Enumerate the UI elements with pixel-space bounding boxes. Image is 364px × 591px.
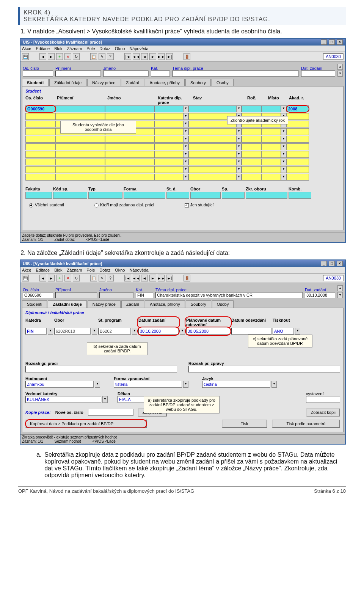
chevron-down-icon[interactable]: ▼ [281,143,286,150]
tab-nazvy[interactable]: Názvy práce [88,300,121,308]
forma-input[interactable]: tištěná [114,381,182,388]
scroll-up-icon[interactable]: ▲ [337,64,343,70]
chevron-down-icon[interactable]: ▼ [183,136,188,143]
table-cell[interactable] [188,128,236,135]
q-input-hidden[interactable] [99,292,133,298]
chevron-down-icon[interactable]: ▼ [295,328,300,335]
table-cell[interactable] [286,136,309,143]
table-cell[interactable] [286,159,309,165]
table-cell[interactable] [261,105,281,112]
chevron-down-icon[interactable]: ▼ [183,381,188,388]
chevron-down-icon[interactable]: ▼ [236,136,242,143]
back-icon[interactable]: ◄ [141,275,148,281]
table-cell[interactable] [154,121,183,127]
table-cell[interactable] [261,159,281,165]
rew-icon[interactable]: ◄◄ [133,275,140,281]
ff-icon[interactable]: ►► [158,53,165,60]
filter-input[interactable] [124,192,165,199]
tab-osoby[interactable]: Osoby [212,79,234,86]
tisknout-input[interactable]: ANO [273,328,294,335]
noveos-input[interactable] [88,409,133,416]
chevron-down-icon[interactable]: ▼ [132,328,137,335]
menu-item[interactable]: Blok [54,46,62,51]
table-cell[interactable] [154,128,183,135]
table-cell[interactable] [154,151,183,158]
chevron-down-icon[interactable]: ▼ [281,128,286,135]
table-cell[interactable] [188,159,236,165]
table-cell[interactable] [25,174,56,181]
last-icon[interactable]: ►| [166,275,173,281]
table-cell[interactable] [25,166,56,173]
scroll-up-icon[interactable]: ▲ [337,285,343,291]
chevron-down-icon[interactable]: ▼ [236,174,242,181]
table-cell[interactable] [188,105,236,112]
tab-nazvy[interactable]: Názvy práce [87,79,120,86]
menu-item[interactable]: Dotaz [99,46,110,51]
chevron-down-icon[interactable]: ▼ [183,151,188,158]
edit-icon[interactable]: ✎ [99,275,105,281]
scroll-down-icon[interactable]: ▼ [337,292,343,298]
chevron-down-icon[interactable]: ▼ [48,328,53,335]
menu-item[interactable]: Pole [86,46,95,51]
tab-zakladni[interactable]: Základní údaje [49,79,86,86]
tisk-button[interactable]: Tisk [222,420,267,428]
chevron-down-icon[interactable]: ▼ [102,396,108,403]
tab-studenti[interactable]: Studenti [22,79,49,86]
chevron-down-icon[interactable]: ▼ [271,381,277,388]
q-input-hidden[interactable] [55,292,97,298]
maximize-icon[interactable]: □ [329,261,335,266]
delete-icon[interactable]: ✕ [64,53,71,60]
datum-zadani-input[interactable]: 30.10.2008 [138,328,179,335]
table-cell[interactable] [261,174,281,181]
filter-input[interactable] [289,192,311,199]
table-cell[interactable] [56,105,105,112]
table-cell[interactable] [242,128,261,135]
checkbox-studying[interactable]: ✓ [185,203,189,207]
table-cell[interactable] [286,174,309,181]
table-cell[interactable] [286,113,309,120]
ff-icon[interactable]: ►► [158,275,165,281]
menu-item[interactable]: Záznam [67,46,82,51]
chevron-down-icon[interactable]: ▼ [95,381,100,388]
chevron-down-icon[interactable]: ▼ [183,143,188,150]
chevron-down-icon[interactable]: ▼ [236,143,242,150]
prev-icon[interactable]: ◄ [39,275,46,281]
paste-icon[interactable]: 📋 [90,275,97,281]
scroll-down-icon[interactable]: ▼ [337,71,343,77]
next-icon[interactable]: ► [48,53,55,60]
filter-input[interactable] [166,192,189,199]
table-cell[interactable] [154,174,183,181]
radio-all[interactable] [29,203,33,207]
akad-r-value[interactable]: 2008 [286,105,309,112]
filter-input[interactable] [53,192,87,199]
tisk-param-button[interactable]: Tisk podle parametrů [272,420,340,428]
table-cell[interactable] [188,143,236,150]
filter-input[interactable] [222,192,245,199]
radio-with-dp[interactable] [94,203,99,207]
table-cell[interactable] [25,128,56,135]
paste-icon[interactable]: 📋 [90,53,97,60]
menu-item[interactable]: Editace [36,46,50,51]
q-input[interactable]: O060590 [23,292,53,298]
table-cell[interactable] [25,159,56,165]
edit-icon[interactable]: ✎ [99,53,105,60]
minimize-icon[interactable]: _ [321,39,327,45]
save-icon[interactable]: 💾 [22,275,29,281]
table-cell[interactable] [242,105,261,112]
menu-item[interactable]: Akce [22,268,31,272]
chevron-down-icon[interactable]: ▼ [236,151,242,158]
q-input-osc[interactable] [23,71,53,77]
kopirovat-data-button[interactable]: Kopírovat data z Podkladu pro zadání BP/… [25,420,147,428]
delete-icon[interactable]: ✕ [64,275,71,281]
menu-item[interactable]: Akce [22,46,31,51]
table-cell[interactable] [242,159,261,165]
table-cell[interactable] [154,159,183,165]
table-cell[interactable] [154,166,183,173]
chevron-down-icon[interactable]: ▼ [236,159,242,165]
maximize-icon[interactable]: □ [329,39,335,45]
prev-icon[interactable]: ◄ [39,53,46,60]
table-cell[interactable] [56,136,105,143]
menu-item[interactable]: Okno [115,46,125,51]
table-cell[interactable] [154,113,183,120]
table-cell[interactable] [25,136,56,143]
